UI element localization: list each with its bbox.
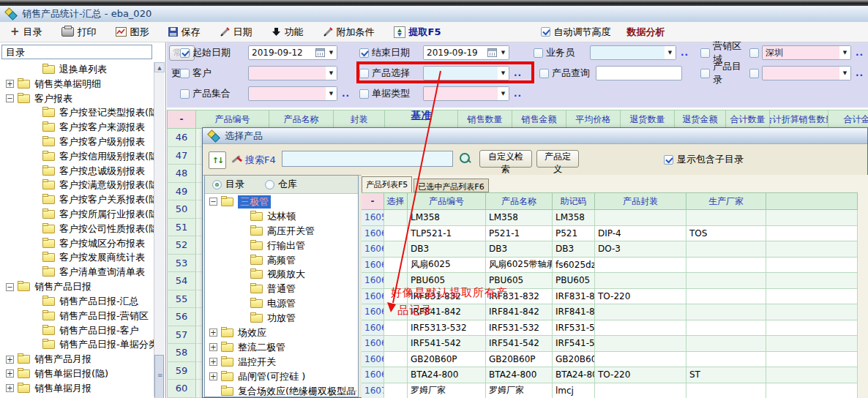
- tab-产品列表F5[interactable]: 产品列表F5: [362, 176, 412, 192]
- product-cell[interactable]: BTA24-800: [486, 367, 553, 383]
- tab-已选中产品列表F6[interactable]: 已选中产品列表F6: [414, 179, 488, 192]
- product-column-header-助记码[interactable]: 助记码: [553, 192, 595, 210]
- product-id-cell[interactable]: 16064: [362, 289, 384, 305]
- dialog-tree-item[interactable]: −三极管: [206, 195, 356, 209]
- ellipsis-button[interactable]: ..: [856, 48, 864, 58]
- row-number-cell[interactable]: 60: [167, 380, 196, 398]
- ellipsis-button[interactable]: ..: [681, 48, 689, 58]
- product-cell[interactable]: [766, 383, 858, 398]
- product-cell[interactable]: 风扇6025带轴承: [486, 258, 553, 274]
- sidebar-tree-item[interactable]: 销售产品日报-营销区: [1, 309, 154, 323]
- row-number-cell[interactable]: 53: [167, 255, 196, 273]
- row-number-cell[interactable]: 47: [167, 147, 196, 165]
- filter-checkbox[interactable]: [700, 48, 710, 58]
- product-cell[interactable]: [384, 383, 408, 398]
- product-cell[interactable]: TOS: [686, 226, 766, 242]
- toolbar-item-保存[interactable]: 保存: [168, 26, 201, 39]
- chevron-down-icon[interactable]: ▼: [498, 87, 509, 100]
- product-cell[interactable]: 风扇6025: [408, 258, 486, 274]
- column-header-产品名称[interactable]: 产品名称: [269, 110, 334, 129]
- product-cell[interactable]: 罗姆厂家: [408, 383, 486, 398]
- product-cell[interactable]: TO-220: [595, 367, 686, 383]
- filter-checkbox[interactable]: [359, 89, 369, 99]
- product-cell[interactable]: IRF831-832: [553, 289, 595, 305]
- product-cell[interactable]: BTA24-800: [408, 367, 486, 383]
- product-cell[interactable]: IRF531-532: [553, 320, 595, 337]
- product-cell[interactable]: IRF5313-532: [408, 320, 486, 337]
- product-cell[interactable]: IRF841-842: [486, 304, 553, 320]
- product-cell[interactable]: TLP521-1: [408, 226, 486, 242]
- filter-dropdown[interactable]: 2019-09-12▼: [248, 45, 337, 60]
- product-id-cell[interactable]: 16061: [362, 241, 384, 258]
- column-header-退货金额[interactable]: 退货金额: [675, 110, 726, 129]
- product-cell[interactable]: lmcj: [553, 383, 595, 398]
- product-row[interactable]: 16067IRF541-542IRF541-542IRF541-542: [362, 336, 868, 352]
- filter-checkbox[interactable]: [180, 48, 190, 58]
- dialog-tree-item[interactable]: 达林顿: [206, 209, 356, 224]
- product-cell[interactable]: [384, 367, 408, 383]
- toolbar-item-图形[interactable]: 图形: [116, 26, 149, 39]
- product-cell[interactable]: [766, 241, 858, 258]
- scroll-up-icon[interactable]: ▲: [154, 62, 165, 72]
- tree-expander-icon[interactable]: +: [6, 356, 14, 364]
- product-id-cell[interactable]: 16065: [362, 304, 384, 320]
- tree-expander-icon[interactable]: +: [209, 372, 217, 380]
- product-row[interactable]: 16062风扇6025风扇6025带轴承fs6025dzc: [362, 258, 868, 274]
- magnifier-icon[interactable]: [459, 152, 472, 165]
- product-cell[interactable]: [766, 210, 858, 226]
- product-cell[interactable]: [686, 304, 766, 320]
- column-header-合计金额[interactable]: 合计金额: [828, 110, 868, 129]
- product-cell[interactable]: IRF541-542: [553, 336, 595, 352]
- row-number-cell[interactable]: 52: [167, 236, 196, 255]
- row-number-cell[interactable]: 46: [167, 129, 196, 147]
- chevron-down-icon[interactable]: ▼: [326, 87, 337, 100]
- column-header-退货数量[interactable]: 退货数量: [621, 110, 675, 129]
- sidebar-tree-item[interactable]: −销售产品日报: [1, 279, 154, 294]
- product-cell[interactable]: IRF541-542: [486, 336, 553, 352]
- filter-checkbox[interactable]: [534, 48, 543, 58]
- filter-dropdown[interactable]: ▼: [248, 86, 337, 101]
- product-cell[interactable]: [384, 336, 408, 352]
- product-cell[interactable]: [766, 352, 858, 368]
- tree-expander-icon[interactable]: −: [6, 94, 14, 102]
- product-cell[interactable]: [595, 352, 686, 368]
- product-cell[interactable]: [384, 226, 408, 242]
- show-subfolder-checkbox[interactable]: [664, 155, 673, 165]
- row-number-cell[interactable]: 56: [167, 308, 196, 326]
- product-column-header-产品名称[interactable]: 产品名称: [486, 192, 553, 210]
- product-cell[interactable]: LM358: [553, 210, 595, 226]
- product-cell[interactable]: [384, 241, 408, 258]
- dialog-tree-item[interactable]: +晶闸管(可控硅 ): [206, 369, 356, 384]
- product-id-cell[interactable]: 16063: [362, 273, 384, 289]
- chevron-down-icon[interactable]: ▼: [665, 46, 676, 59]
- product-cell[interactable]: fs6025dzc: [553, 258, 595, 274]
- tree-expander-icon[interactable]: −: [6, 283, 14, 291]
- dialog-tree-item[interactable]: +整流二极管: [206, 340, 356, 355]
- product-id-cell[interactable]: 16066: [362, 320, 384, 337]
- show-subfolder-toggle[interactable]: 显示包含子目录: [664, 153, 744, 166]
- product-cell[interactable]: [766, 367, 858, 383]
- filter-extra-checkbox[interactable]: [749, 69, 759, 78]
- column-header-销售数量[interactable]: 销售数量: [458, 110, 512, 129]
- dialog-tree-item[interactable]: 功放管: [206, 311, 356, 326]
- sidebar-tree-item[interactable]: 客户清单查询清单表: [1, 265, 154, 279]
- product-cell[interactable]: [686, 258, 766, 274]
- product-cell[interactable]: IRF531-532: [486, 320, 553, 337]
- tree-expander-icon[interactable]: +: [209, 358, 217, 366]
- product-column-header-产品编号[interactable]: 产品编号: [408, 192, 486, 210]
- tree-expander-icon[interactable]: +: [209, 343, 217, 351]
- product-cell[interactable]: [595, 320, 686, 337]
- chevron-down-icon[interactable]: ▼: [498, 46, 509, 59]
- sidebar-tree-item[interactable]: −客户报表: [1, 91, 154, 106]
- search-input[interactable]: [282, 151, 453, 167]
- sidebar-tree-item[interactable]: +销售单据月报: [1, 381, 154, 396]
- product-cell[interactable]: [595, 336, 686, 352]
- radio-仓库[interactable]: 仓库: [265, 178, 297, 191]
- row-number-cell[interactable]: 59: [167, 362, 196, 380]
- product-id-cell[interactable]: 16068: [362, 352, 384, 368]
- product-cell[interactable]: [686, 241, 766, 258]
- product-cell[interactable]: P521-1: [486, 226, 553, 242]
- product-row[interactable]: 16060TLP521-1P521-1P521DIP-4TOS: [362, 226, 868, 242]
- sidebar-tree-item[interactable]: 客户按信用级别报表(隐): [1, 149, 154, 164]
- product-cell[interactable]: [595, 210, 686, 226]
